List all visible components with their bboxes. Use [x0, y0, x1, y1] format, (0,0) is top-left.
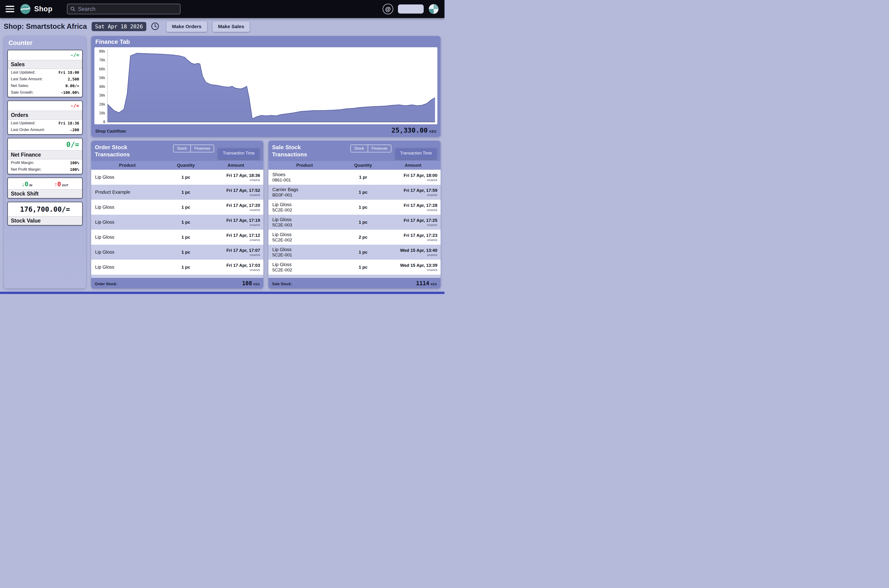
- order-stock-footer: Order Stock: 108 KES: [91, 278, 263, 288]
- sale-stock-label: Sale Stock:: [272, 282, 292, 286]
- make-orders-button[interactable]: Make Orders: [166, 21, 207, 32]
- transaction-time: Fri 17 Apr, 17:28: [385, 203, 437, 208]
- history-clock-icon[interactable]: [150, 22, 160, 31]
- finance-chart-svg: [108, 49, 435, 123]
- search-box[interactable]: [67, 4, 181, 14]
- table-row[interactable]: Lip Gloss 5C2E-002 1 pc Fri 17 Apr, 17:2…: [268, 200, 441, 214]
- label: Last Updated:: [11, 121, 35, 126]
- quantity: 1 pc: [341, 250, 385, 255]
- search-input[interactable]: [78, 6, 177, 12]
- sale-stock-finances-toggle[interactable]: Stock Finances: [350, 145, 391, 152]
- sales-card: -/= Sales Last Updated:Fri 18:00 Last Sa…: [8, 50, 83, 97]
- column-amount: Amount: [385, 163, 441, 168]
- table-row[interactable]: Lip Gloss 5C2E-002 2 pc Fri 17 Apr, 17:2…: [268, 230, 441, 244]
- column-product: Product: [91, 163, 163, 168]
- cashflow-value: 25,330.00: [391, 126, 428, 134]
- sale-stock-value: 1114: [416, 280, 429, 286]
- net-finance-value: 0/=: [8, 138, 82, 150]
- label: Last Sale Amount:: [11, 77, 43, 81]
- toggle-finances[interactable]: Finances: [368, 145, 391, 152]
- arrow-up-icon: ↑: [54, 181, 57, 188]
- chart-y-axis: 80k70k60k50k40k30k20k10k0: [95, 49, 107, 123]
- product-name: Shoes: [272, 172, 341, 177]
- table-row[interactable]: Lip Gloss 5C2E-002 1 pc Wed 15 Apr, 13:3…: [268, 260, 441, 274]
- smartstock-logo-icon[interactable]: [20, 3, 31, 15]
- cashflow-label: Shop Cashflow:: [95, 129, 127, 134]
- counter-panel: Counter -/= Sales Last Updated:Fri 18:00…: [4, 36, 86, 288]
- quantity: 1 pc: [341, 190, 385, 195]
- table-row[interactable]: Lip Gloss 1 pc Fri 17 Apr, 18:36 smartck: [91, 170, 263, 185]
- quantity: 1 pc: [163, 220, 208, 225]
- quantity: 1 pc: [341, 265, 385, 270]
- quantity: 1 pc: [163, 235, 208, 240]
- table-row[interactable]: Lip Gloss 1 pc Fri 17 Apr, 17:19 smartck: [91, 214, 263, 230]
- product-code: 5C2E-002: [272, 237, 341, 243]
- content-area: Counter -/= Sales Last Updated:Fri 18:00…: [0, 35, 444, 292]
- product-name: Product Example: [95, 189, 163, 195]
- orders-card-value: -/=: [8, 101, 82, 111]
- table-row[interactable]: Fri 17 Apr, 16:47: [91, 274, 263, 278]
- transaction-time: Fri 17 Apr, 17:03: [208, 263, 260, 268]
- order-transaction-time-button[interactable]: Transaction Time: [218, 148, 260, 159]
- product-name: Lip Gloss: [272, 262, 341, 267]
- finance-tab-panel: Finance Tab 80k70k60k50k40k30k20k10k0: [91, 36, 441, 137]
- label: Profit Margin:: [11, 160, 34, 165]
- quantity: 1 pc: [163, 205, 208, 210]
- cashflow-bar: Shop Cashflow: 25,330.00 KES: [91, 124, 441, 137]
- quantity: 1 pc: [341, 205, 385, 210]
- date-badge[interactable]: Sat Apr 18 2026: [92, 22, 147, 31]
- toggle-stock[interactable]: Stock: [351, 145, 368, 152]
- notifications-icon[interactable]: @: [383, 4, 393, 14]
- product-name: Lip Gloss: [272, 202, 341, 207]
- transaction-time: Fri 17 Apr, 17:19: [208, 218, 260, 223]
- order-stock-finances-toggle[interactable]: Stock Finances: [173, 145, 214, 152]
- quantity: 1 pc: [163, 250, 208, 255]
- product-code: 0861-001: [272, 177, 341, 183]
- product-name: Carrier Bags: [272, 187, 341, 192]
- table-row[interactable]: Product Example 1 pc Fri 17 Apr, 17:52 s…: [91, 185, 263, 200]
- stock-in: ↓ 0 IN: [22, 180, 32, 188]
- transaction-time: Fri 17 Apr, 17:59: [385, 188, 437, 193]
- product-name: Lip Gloss: [95, 219, 163, 225]
- product-name: Lip Gloss: [95, 249, 163, 255]
- table-row[interactable]: Shoes Wed 15 Apr, 13:20: [268, 274, 441, 278]
- quantity: 1 pc: [163, 190, 208, 195]
- table-row[interactable]: Shoes 0861-001 1 pr Fri 17 Apr, 18:00 sm…: [268, 170, 441, 185]
- transaction-time: Fri 17 Apr, 17:25: [385, 218, 437, 223]
- table-row[interactable]: Lip Gloss 1 pc Fri 17 Apr, 17:07 smartck: [91, 244, 263, 260]
- toggle-stock[interactable]: Stock: [173, 145, 190, 152]
- account-logo-icon[interactable]: [428, 4, 439, 14]
- net-finance-card: 0/= Net Finance Profit Margin:100% Net P…: [8, 138, 83, 174]
- menu-icon[interactable]: [6, 6, 14, 12]
- product-name: Lip Gloss: [272, 232, 341, 237]
- transaction-time: Fri 17 Apr, 18:00: [385, 173, 437, 178]
- transaction-user: smartck: [385, 208, 437, 212]
- value: -200: [70, 128, 79, 132]
- table-row[interactable]: Lip Gloss 1 pc Fri 17 Apr, 17:03 smartck: [91, 260, 263, 274]
- transaction-user: smartck: [208, 178, 260, 182]
- transaction-user: smartck: [208, 268, 260, 272]
- table-row[interactable]: Lip Gloss 1 pc Fri 17 Apr, 17:20 smartck: [91, 200, 263, 214]
- table-row[interactable]: Lip Gloss 1 pc Fri 17 Apr, 17:12 smartck: [91, 230, 263, 244]
- product-code: 5C2E-001: [272, 252, 341, 258]
- product-name: Lip Gloss: [272, 217, 341, 222]
- product-name: Lip Gloss: [95, 204, 163, 210]
- product-name: Lip Gloss: [95, 264, 163, 270]
- table-row[interactable]: Lip Gloss 5C2E-003 1 pc Fri 17 Apr, 17:2…: [268, 214, 441, 230]
- sale-stock-footer: Sale Stock: 1114 KES: [268, 278, 441, 288]
- quantity: 1 pc: [163, 265, 208, 270]
- sale-stock-panel: Sale Stock Transactions Stock Finances T…: [268, 141, 441, 288]
- toggle-finances[interactable]: Finances: [190, 145, 214, 152]
- topbar: Shop @: [0, 0, 444, 18]
- table-row[interactable]: Lip Gloss 5C2E-001 1 pc Wed 15 Apr, 13:4…: [268, 244, 441, 260]
- stock-value-card: 176,700.00/= Stock Value: [8, 202, 83, 225]
- topbar-pill-button[interactable]: [398, 4, 424, 14]
- column-amount: Amount: [208, 163, 263, 168]
- make-sales-button[interactable]: Make Sales: [212, 21, 250, 32]
- table-row[interactable]: Carrier Bags BD3F-001 1 pc Fri 17 Apr, 1…: [268, 185, 441, 200]
- sale-transaction-time-button[interactable]: Transaction Time: [395, 148, 437, 159]
- transaction-user: smartck: [208, 223, 260, 226]
- order-transactions-list: Lip Gloss 1 pc Fri 17 Apr, 18:36 smartck…: [91, 170, 263, 278]
- stock-value-amount: 176,700.00/=: [8, 202, 82, 216]
- app-title: Shop: [34, 5, 53, 13]
